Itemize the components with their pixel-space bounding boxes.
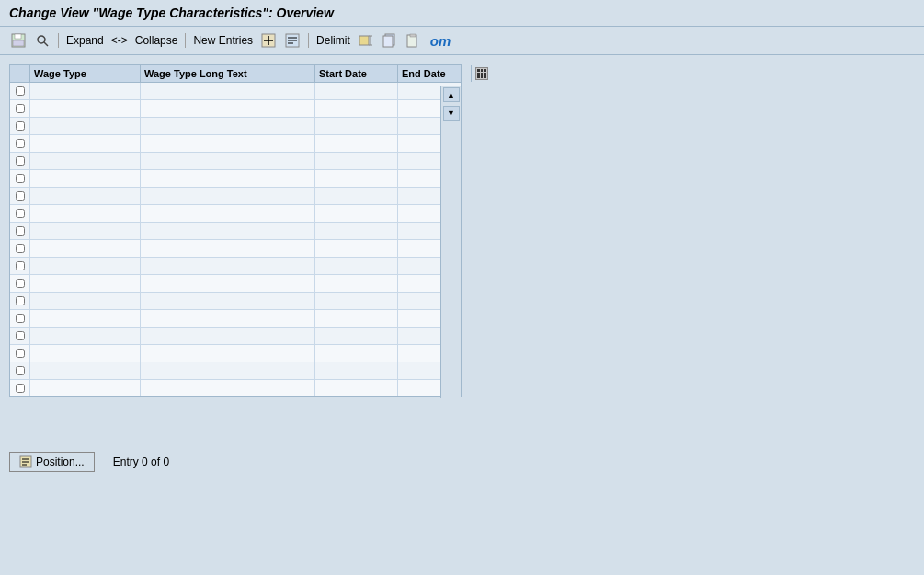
table-row[interactable] [10,275,461,293]
row-start-date [315,170,398,187]
row-start-date [315,328,398,344]
row-wage-type-long-text [141,293,315,309]
table-wrapper: Wage Type Wage Type Long Text Start Date… [9,64,462,397]
row-wage-type [30,100,141,117]
sap-logo: om [430,33,451,49]
row-checkbox-input[interactable] [16,244,25,253]
table-row[interactable] [10,223,461,240]
save-icon-btn[interactable] [7,30,29,51]
row-wage-type [30,380,141,396]
row-checkbox-input[interactable] [16,366,25,375]
row-checkbox[interactable] [10,223,30,239]
paste-icon-btn[interactable] [403,30,425,51]
th-resize[interactable] [472,65,492,82]
row-wage-type-long-text [141,275,315,292]
row-wage-type-long-text [141,100,315,117]
row-checkbox[interactable] [10,258,30,274]
row-wage-type-long-text [141,310,315,327]
row-checkbox-input[interactable] [16,156,25,166]
svg-rect-2 [13,40,24,46]
new-entries-icon-btn[interactable] [257,30,279,51]
row-checkbox[interactable] [10,345,30,362]
new-entries-label[interactable]: New Entries [190,34,256,47]
row-start-date [315,188,398,204]
row-checkbox[interactable] [10,240,30,257]
row-checkbox[interactable] [10,380,30,396]
delimit-label[interactable]: Delimit [314,34,353,47]
table-row[interactable] [10,118,461,135]
row-wage-type-long-text [141,345,315,362]
row-checkbox-input[interactable] [16,331,25,340]
row-wage-type-long-text [141,223,315,239]
table-row[interactable] [10,362,461,380]
position-button[interactable]: Position... [9,452,95,472]
expand-label[interactable]: Expand [63,34,107,47]
row-checkbox-input[interactable] [16,104,25,113]
new-entries-icon [261,33,276,48]
table-row[interactable] [10,100,461,118]
copy-icon-btn[interactable] [379,30,401,51]
row-checkbox-input[interactable] [16,314,25,323]
row-checkbox[interactable] [10,188,30,204]
save-row-icon-btn[interactable] [281,30,303,51]
row-wage-type [30,328,141,344]
row-checkbox-input[interactable] [16,174,25,183]
table-row[interactable] [10,83,461,100]
scroll-down-btn[interactable]: ▼ [443,106,460,121]
row-checkbox-input[interactable] [16,86,25,96]
row-start-date [315,310,398,327]
table-row[interactable] [10,240,461,258]
svg-rect-1 [15,34,21,39]
scroll-up-btn[interactable]: ▲ [443,87,460,102]
row-checkbox[interactable] [10,293,30,309]
row-checkbox-input[interactable] [16,384,25,393]
row-checkbox[interactable] [10,170,30,187]
row-checkbox-input[interactable] [16,139,25,148]
table-row[interactable] [10,293,461,310]
table-row[interactable] [10,170,461,188]
row-wage-type [30,310,141,327]
row-checkbox-input[interactable] [16,226,25,236]
table-row[interactable] [10,153,461,170]
table-row[interactable] [10,135,461,153]
row-checkbox-input[interactable] [16,279,25,288]
row-wage-type [30,258,141,274]
row-checkbox-input[interactable] [16,191,25,201]
table-row[interactable] [10,328,461,345]
row-checkbox[interactable] [10,118,30,134]
table-row[interactable] [10,258,461,275]
delimit-icon [359,33,373,48]
row-checkbox[interactable] [10,362,30,379]
row-start-date [315,362,398,379]
row-wage-type [30,362,141,379]
row-checkbox-input[interactable] [16,209,25,218]
row-wage-type-long-text [141,83,315,99]
row-checkbox-input[interactable] [16,121,25,131]
row-checkbox-input[interactable] [16,349,25,358]
table-row[interactable] [10,380,461,396]
separator-1 [58,33,59,48]
row-start-date [315,100,398,117]
row-checkbox[interactable] [10,135,30,152]
row-checkbox-input[interactable] [16,296,25,305]
row-checkbox[interactable] [10,153,30,169]
separator-3 [308,33,309,48]
table-row[interactable] [10,188,461,205]
row-wage-type-long-text [141,362,315,379]
row-checkbox[interactable] [10,205,30,222]
row-wage-type [30,223,141,239]
table-row[interactable] [10,205,461,223]
row-start-date [315,118,398,134]
row-checkbox[interactable] [10,100,30,117]
search-icon-btn[interactable] [31,30,53,51]
row-checkbox[interactable] [10,328,30,344]
row-checkbox[interactable] [10,275,30,292]
row-checkbox[interactable] [10,83,30,99]
row-checkbox-input[interactable] [16,261,25,270]
delimit-icon-btn[interactable] [355,30,377,51]
row-checkbox[interactable] [10,310,30,327]
table-row[interactable] [10,310,461,328]
collapse-label[interactable]: Collapse [132,34,181,47]
row-wage-type [30,293,141,309]
table-row[interactable] [10,345,461,362]
